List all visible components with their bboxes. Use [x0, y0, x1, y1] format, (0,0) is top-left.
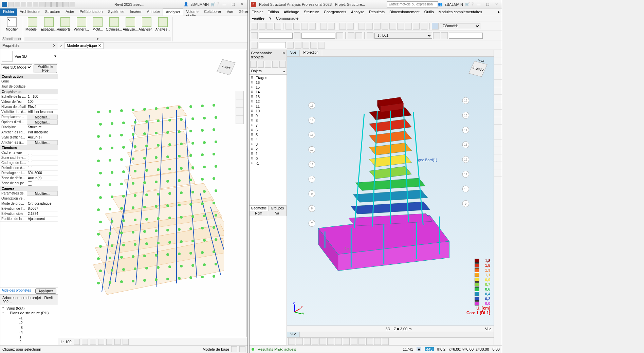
prop-row[interactable]: Elévation cible2.1524	[0, 211, 58, 217]
prop-row[interactable]: Visibilité des é...Afficher les deux	[0, 110, 58, 115]
storey-item[interactable]: 16	[250, 80, 286, 85]
robot-viewcube-front[interactable]: HAUT AVANT	[468, 61, 487, 77]
browser-tree[interactable]: Vues (tout) Plans de structure (PH) -1-2…	[0, 305, 58, 345]
disp-9-icon[interactable]	[351, 338, 357, 345]
disp-7-icon[interactable]	[335, 338, 342, 345]
nav-wheel-icon[interactable]	[236, 91, 243, 99]
instance-selector[interactable]: Vue 3D: Modè	[1, 64, 32, 70]
tb-display2-icon[interactable]	[355, 32, 362, 39]
tb-show-icon[interactable]	[302, 42, 309, 49]
disp-6-icon[interactable]	[327, 338, 334, 345]
prop-row[interactable]: Orientation ve...	[0, 196, 58, 201]
tb-show3-icon[interactable]	[318, 42, 325, 49]
select-panel-label[interactable]: Sélectionner	[2, 37, 21, 41]
modify-button[interactable]: ↖ Modifier	[4, 17, 20, 31]
tb-storey-next-icon[interactable]	[295, 42, 301, 49]
tb-zoom-window-icon[interactable]	[374, 23, 381, 30]
om-objects-icon[interactable]	[265, 61, 271, 68]
minimize-button[interactable]: —	[220, 1, 228, 7]
storey-item[interactable]: 1	[250, 151, 286, 156]
robot-viewport[interactable]: HAUT AVANT 151413121110987 1615141312111…	[287, 57, 494, 326]
qat-3d-icon[interactable]	[70, 2, 75, 7]
verify-button[interactable]: Vérifier l...	[73, 17, 90, 31]
tb-loadcase-icon[interactable]	[367, 32, 373, 39]
bar-selection-input[interactable]	[301, 33, 335, 39]
hide-icon[interactable]	[114, 339, 121, 345]
spaces-button[interactable]: Espaces...	[41, 17, 57, 31]
prop-row[interactable]: Valeur de l'éc...100	[0, 99, 58, 105]
close-button[interactable]: ✕	[238, 1, 246, 7]
detail-level-icon[interactable]	[74, 339, 80, 345]
analysis1-button[interactable]: Analyse...	[122, 17, 139, 31]
storey-item[interactable]: 15	[250, 85, 286, 90]
menu-outils[interactable]: Outils	[424, 10, 434, 14]
qat-sync-icon[interactable]	[21, 2, 26, 7]
robot-tab-vue[interactable]: Vue	[287, 50, 300, 56]
tab-systemes[interactable]: Systèmes	[105, 8, 127, 16]
menu-affichage[interactable]: Affichage	[284, 10, 299, 14]
tb-zoom-icon[interactable]	[366, 23, 373, 30]
prop-row[interactable]: Jour de coulage	[0, 84, 58, 89]
tree-level[interactable]: 1	[6, 335, 56, 339]
node-selection-input[interactable]	[259, 33, 293, 39]
rt-material-icon[interactable]	[494, 87, 502, 95]
prop-row[interactable]: Zone de défin...Aucun(e)	[0, 176, 58, 181]
om-filter-icon[interactable]	[279, 61, 286, 68]
tb-delete-icon[interactable]	[309, 23, 316, 30]
load-case-selector[interactable]: 1 : DL1	[374, 33, 432, 39]
prop-row[interactable]: Options d'affi...Modifier...	[0, 120, 58, 125]
analyze-button[interactable]: Analyser...	[139, 17, 155, 31]
tab-annoter[interactable]: Annoter	[144, 8, 163, 16]
tb-new-icon[interactable]	[251, 23, 258, 30]
om-storeys-root[interactable]: Étages	[250, 75, 286, 80]
tb-select-icon[interactable]	[397, 23, 404, 30]
qat-undo-icon[interactable]	[27, 2, 32, 7]
prop-row[interactable]: Remplaceme...Modifier...	[0, 115, 58, 120]
tab-analyser[interactable]: Analyser	[163, 8, 183, 16]
tb-display-icon[interactable]	[348, 32, 354, 39]
rt-section-icon[interactable]	[494, 80, 502, 87]
disp-8-icon[interactable]	[343, 338, 350, 345]
status-select-icon[interactable]	[239, 346, 245, 352]
qat-save-icon[interactable]	[15, 2, 20, 7]
om-col-nom[interactable]: Nom	[250, 211, 268, 216]
type-dropdown-icon[interactable]: ▾	[54, 54, 56, 58]
status-filter-icon[interactable]	[231, 346, 237, 352]
tb-show2-icon[interactable]	[310, 42, 317, 49]
prop-row[interactable]: Mode de proj...Orthographique	[0, 201, 58, 206]
close-button[interactable]: ✕	[492, 1, 500, 7]
prop-row[interactable]: Délimitation é...	[0, 166, 58, 171]
apply-button[interactable]: Appliquer	[35, 289, 56, 294]
menu-fichier[interactable]: Fichier	[252, 10, 263, 14]
tb-properties-icon[interactable]	[413, 23, 420, 30]
tab-acier[interactable]: Acier	[63, 8, 77, 16]
chevron-up-icon[interactable]: ▴	[283, 69, 285, 73]
om-close-icon[interactable]: ✕	[282, 51, 285, 59]
disp-4-icon[interactable]	[312, 338, 318, 345]
minimize-button[interactable]: —	[475, 1, 483, 7]
storey-item[interactable]: 8	[250, 118, 286, 123]
menu-resultats[interactable]: Résultats	[369, 10, 385, 14]
qat-tag-icon[interactable]	[57, 2, 63, 7]
menu-dimensionnement[interactable]: Dimensionnement	[389, 10, 420, 14]
scale-display[interactable]: 1 : 100	[60, 340, 72, 344]
close-view-icon[interactable]: ✕	[98, 43, 101, 48]
storey-item[interactable]: 0	[250, 156, 286, 161]
menu-chargements[interactable]: Chargements	[324, 10, 346, 14]
storey-item[interactable]: 14	[250, 90, 286, 94]
prop-row[interactable]: Paramètres de...Modifier...	[0, 191, 58, 196]
robot-user[interactable]: sBALMAIN	[443, 2, 465, 6]
rt-design-icon[interactable]	[494, 140, 502, 147]
menu-fenetre[interactable]: Fenêtre	[252, 16, 264, 20]
panel-dropdown[interactable]: ▾	[24, 37, 171, 41]
optimize-button[interactable]: Optimisa...	[106, 17, 122, 31]
prop-row[interactable]: Grue	[0, 79, 58, 84]
rt-release-icon[interactable]	[494, 95, 502, 102]
om-search-icon[interactable]	[272, 61, 279, 68]
prop-row[interactable]: Zone cadrée v...	[0, 155, 58, 161]
disp-10-icon[interactable]	[358, 338, 365, 345]
rt-panel-icon[interactable]	[494, 65, 502, 72]
prop-row[interactable]: Afficher les lig...Par discipline	[0, 130, 58, 135]
nav-pan-icon[interactable]	[236, 99, 243, 108]
storey-item[interactable]: 2	[250, 147, 286, 151]
